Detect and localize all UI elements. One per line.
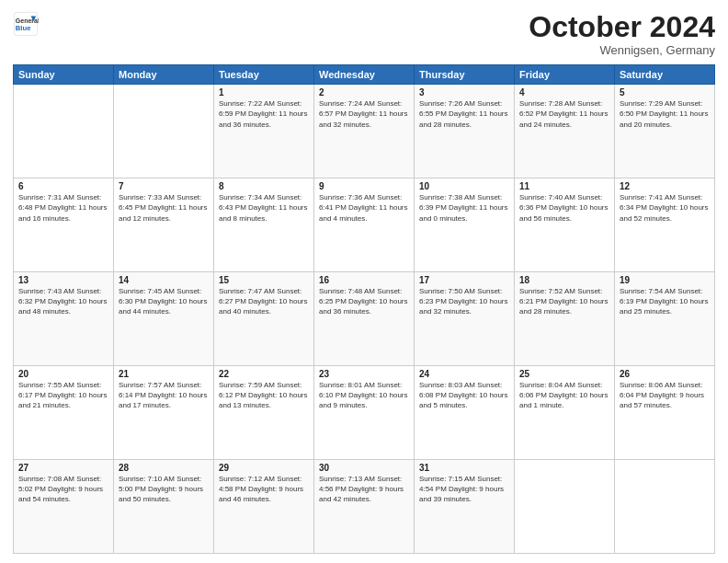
day-info: Sunrise: 7:45 AM Sunset: 6:30 PM Dayligh… bbox=[119, 286, 209, 317]
day-info: Sunrise: 7:38 AM Sunset: 6:39 PM Dayligh… bbox=[419, 192, 509, 224]
day-cell: 3Sunrise: 7:26 AM Sunset: 6:55 PM Daylig… bbox=[415, 85, 515, 178]
day-cell: 11Sunrise: 7:40 AM Sunset: 6:36 PM Dayli… bbox=[515, 178, 615, 272]
day-cell: 24Sunrise: 8:03 AM Sunset: 6:08 PM Dayli… bbox=[415, 366, 515, 460]
logo: General Blue bbox=[13, 11, 42, 37]
day-cell: 23Sunrise: 8:01 AM Sunset: 6:10 PM Dayli… bbox=[314, 366, 415, 460]
day-number: 3 bbox=[419, 87, 509, 98]
day-info: Sunrise: 8:04 AM Sunset: 6:06 PM Dayligh… bbox=[519, 380, 609, 411]
day-info: Sunrise: 7:12 AM Sunset: 4:58 PM Dayligh… bbox=[219, 474, 309, 505]
day-number: 8 bbox=[219, 181, 309, 191]
weekday-thursday: Thursday bbox=[415, 65, 515, 85]
day-cell: 30Sunrise: 7:13 AM Sunset: 4:56 PM Dayli… bbox=[314, 460, 415, 554]
day-cell: 10Sunrise: 7:38 AM Sunset: 6:39 PM Dayli… bbox=[415, 178, 515, 272]
day-number: 30 bbox=[319, 463, 409, 473]
day-info: Sunrise: 7:34 AM Sunset: 6:43 PM Dayligh… bbox=[219, 192, 309, 224]
day-cell: 20Sunrise: 7:55 AM Sunset: 6:17 PM Dayli… bbox=[14, 366, 114, 460]
day-cell: 16Sunrise: 7:48 AM Sunset: 6:25 PM Dayli… bbox=[314, 272, 415, 366]
day-cell: 13Sunrise: 7:43 AM Sunset: 6:32 PM Dayli… bbox=[14, 272, 114, 366]
day-number: 29 bbox=[219, 463, 309, 473]
day-info: Sunrise: 7:36 AM Sunset: 6:41 PM Dayligh… bbox=[319, 192, 409, 224]
day-number: 11 bbox=[519, 181, 609, 191]
svg-text:Blue: Blue bbox=[16, 24, 31, 32]
day-number: 24 bbox=[419, 369, 509, 379]
day-cell: 21Sunrise: 7:57 AM Sunset: 6:14 PM Dayli… bbox=[114, 366, 214, 460]
weekday-monday: Monday bbox=[114, 65, 214, 85]
day-number: 19 bbox=[620, 275, 710, 285]
day-number: 31 bbox=[419, 463, 509, 473]
day-number: 17 bbox=[419, 275, 509, 285]
week-row-3: 13Sunrise: 7:43 AM Sunset: 6:32 PM Dayli… bbox=[14, 272, 715, 366]
day-info: Sunrise: 7:10 AM Sunset: 5:00 PM Dayligh… bbox=[119, 474, 209, 505]
day-cell bbox=[515, 460, 615, 554]
day-info: Sunrise: 7:50 AM Sunset: 6:23 PM Dayligh… bbox=[419, 286, 509, 317]
day-cell bbox=[14, 85, 114, 178]
day-cell: 8Sunrise: 7:34 AM Sunset: 6:43 PM Daylig… bbox=[214, 178, 314, 272]
day-number: 26 bbox=[620, 369, 710, 379]
day-cell: 26Sunrise: 8:06 AM Sunset: 6:04 PM Dayli… bbox=[615, 366, 715, 460]
day-number: 23 bbox=[319, 369, 409, 379]
day-number: 2 bbox=[319, 87, 409, 98]
day-info: Sunrise: 8:06 AM Sunset: 6:04 PM Dayligh… bbox=[620, 380, 710, 411]
weekday-sunday: Sunday bbox=[14, 65, 114, 85]
day-number: 7 bbox=[119, 181, 209, 191]
week-row-4: 20Sunrise: 7:55 AM Sunset: 6:17 PM Dayli… bbox=[14, 366, 715, 460]
month-title: October 2024 bbox=[529, 11, 715, 43]
day-info: Sunrise: 8:03 AM Sunset: 6:08 PM Dayligh… bbox=[419, 380, 509, 411]
day-cell: 29Sunrise: 7:12 AM Sunset: 4:58 PM Dayli… bbox=[214, 460, 314, 554]
week-row-5: 27Sunrise: 7:08 AM Sunset: 5:02 PM Dayli… bbox=[14, 460, 715, 554]
day-cell: 12Sunrise: 7:41 AM Sunset: 6:34 PM Dayli… bbox=[615, 178, 715, 272]
day-cell: 27Sunrise: 7:08 AM Sunset: 5:02 PM Dayli… bbox=[14, 460, 114, 554]
day-info: Sunrise: 7:33 AM Sunset: 6:45 PM Dayligh… bbox=[119, 192, 209, 224]
day-info: Sunrise: 7:43 AM Sunset: 6:32 PM Dayligh… bbox=[18, 286, 108, 317]
title-block: October 2024 Wennigsen, Germany bbox=[529, 11, 715, 57]
weekday-friday: Friday bbox=[515, 65, 615, 85]
day-cell: 14Sunrise: 7:45 AM Sunset: 6:30 PM Dayli… bbox=[114, 272, 214, 366]
day-cell: 1Sunrise: 7:22 AM Sunset: 6:59 PM Daylig… bbox=[214, 85, 314, 178]
day-number: 13 bbox=[18, 275, 108, 285]
day-number: 12 bbox=[620, 181, 710, 191]
day-info: Sunrise: 7:31 AM Sunset: 6:48 PM Dayligh… bbox=[18, 192, 108, 224]
day-info: Sunrise: 7:13 AM Sunset: 4:56 PM Dayligh… bbox=[319, 474, 409, 505]
weekday-tuesday: Tuesday bbox=[214, 65, 314, 85]
day-info: Sunrise: 7:24 AM Sunset: 6:57 PM Dayligh… bbox=[319, 98, 409, 130]
weekday-saturday: Saturday bbox=[615, 65, 715, 85]
header: General Blue October 2024 Wennigsen, Ger… bbox=[13, 11, 715, 57]
day-info: Sunrise: 7:41 AM Sunset: 6:34 PM Dayligh… bbox=[620, 192, 710, 224]
day-cell: 9Sunrise: 7:36 AM Sunset: 6:41 PM Daylig… bbox=[314, 178, 415, 272]
day-info: Sunrise: 7:22 AM Sunset: 6:59 PM Dayligh… bbox=[219, 98, 309, 130]
day-number: 20 bbox=[18, 369, 108, 379]
day-info: Sunrise: 7:40 AM Sunset: 6:36 PM Dayligh… bbox=[519, 192, 609, 224]
day-cell: 4Sunrise: 7:28 AM Sunset: 6:52 PM Daylig… bbox=[515, 85, 615, 178]
calendar-body: 1Sunrise: 7:22 AM Sunset: 6:59 PM Daylig… bbox=[14, 85, 715, 554]
location: Wennigsen, Germany bbox=[529, 43, 715, 57]
day-cell: 31Sunrise: 7:15 AM Sunset: 4:54 PM Dayli… bbox=[415, 460, 515, 554]
day-number: 27 bbox=[18, 463, 108, 473]
day-info: Sunrise: 7:15 AM Sunset: 4:54 PM Dayligh… bbox=[419, 474, 509, 505]
day-number: 10 bbox=[419, 181, 509, 191]
day-cell: 6Sunrise: 7:31 AM Sunset: 6:48 PM Daylig… bbox=[14, 178, 114, 272]
day-info: Sunrise: 7:28 AM Sunset: 6:52 PM Dayligh… bbox=[519, 98, 609, 130]
day-cell: 28Sunrise: 7:10 AM Sunset: 5:00 PM Dayli… bbox=[114, 460, 214, 554]
day-info: Sunrise: 7:48 AM Sunset: 6:25 PM Dayligh… bbox=[319, 286, 409, 317]
calendar-page: General Blue October 2024 Wennigsen, Ger… bbox=[0, 0, 728, 563]
day-info: Sunrise: 7:26 AM Sunset: 6:55 PM Dayligh… bbox=[419, 98, 509, 130]
day-info: Sunrise: 7:29 AM Sunset: 6:50 PM Dayligh… bbox=[620, 98, 710, 130]
day-number: 4 bbox=[519, 87, 609, 98]
day-number: 28 bbox=[119, 463, 209, 473]
day-number: 6 bbox=[18, 181, 108, 191]
day-cell: 17Sunrise: 7:50 AM Sunset: 6:23 PM Dayli… bbox=[415, 272, 515, 366]
day-info: Sunrise: 7:52 AM Sunset: 6:21 PM Dayligh… bbox=[519, 286, 609, 317]
day-cell: 18Sunrise: 7:52 AM Sunset: 6:21 PM Dayli… bbox=[515, 272, 615, 366]
calendar-table: SundayMondayTuesdayWednesdayThursdayFrid… bbox=[13, 64, 715, 554]
weekday-header-row: SundayMondayTuesdayWednesdayThursdayFrid… bbox=[14, 65, 715, 85]
day-cell: 15Sunrise: 7:47 AM Sunset: 6:27 PM Dayli… bbox=[214, 272, 314, 366]
day-number: 21 bbox=[119, 369, 209, 379]
day-number: 1 bbox=[219, 87, 309, 98]
day-cell: 5Sunrise: 7:29 AM Sunset: 6:50 PM Daylig… bbox=[615, 85, 715, 178]
day-info: Sunrise: 7:54 AM Sunset: 6:19 PM Dayligh… bbox=[620, 286, 710, 317]
day-number: 22 bbox=[219, 369, 309, 379]
logo-icon: General Blue bbox=[13, 11, 39, 37]
day-info: Sunrise: 8:01 AM Sunset: 6:10 PM Dayligh… bbox=[319, 380, 409, 411]
day-number: 18 bbox=[519, 275, 609, 285]
day-cell: 2Sunrise: 7:24 AM Sunset: 6:57 PM Daylig… bbox=[314, 85, 415, 178]
